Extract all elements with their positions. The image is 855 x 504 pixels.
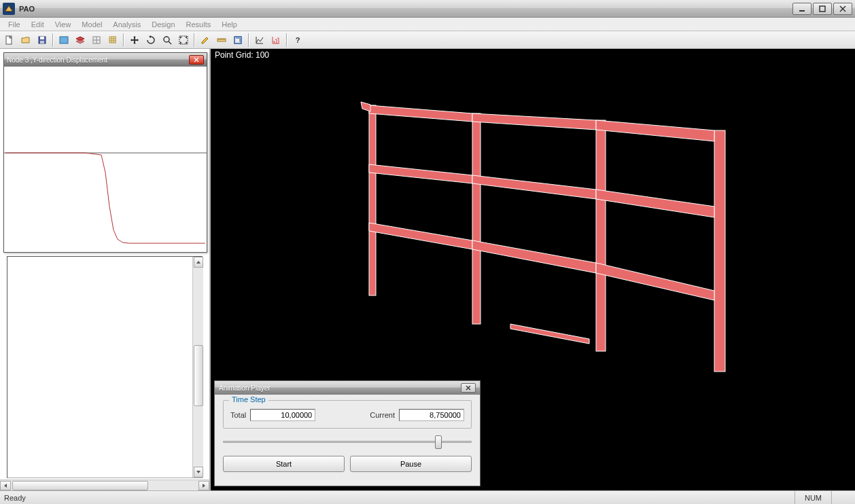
animation-player-close-button[interactable]	[461, 383, 476, 393]
left-lower-panel	[7, 256, 203, 478]
window-titlebar: PAO	[0, 0, 855, 18]
menu-help[interactable]: Help	[216, 19, 243, 30]
menu-results[interactable]: Results	[181, 19, 217, 30]
svg-marker-42	[596, 263, 714, 300]
menu-file[interactable]: File	[3, 19, 26, 30]
toolbar-sep	[286, 33, 287, 47]
scroll-left-arrow[interactable]	[0, 481, 11, 490]
total-input[interactable]	[250, 409, 315, 421]
menu-view[interactable]: View	[50, 19, 77, 30]
animation-player-titlebar[interactable]: Animation Player	[215, 381, 480, 395]
svg-marker-34	[369, 105, 472, 122]
graph-icon[interactable]	[252, 33, 267, 48]
svg-rect-30	[369, 105, 376, 295]
status-ready: Ready	[4, 494, 26, 502]
toolbar: ?	[0, 31, 855, 49]
animation-player-title: Animation Player	[219, 384, 461, 392]
total-label: Total	[230, 411, 246, 419]
help-icon[interactable]: ?	[290, 33, 305, 48]
status-grip	[831, 491, 851, 504]
current-input[interactable]	[399, 409, 464, 421]
minimize-button[interactable]	[792, 3, 812, 15]
menu-model[interactable]: Model	[76, 19, 107, 30]
mesh-icon[interactable]	[89, 33, 104, 48]
svg-marker-35	[472, 113, 596, 130]
vscrollbar[interactable]	[192, 257, 203, 478]
svg-marker-39	[596, 190, 714, 217]
svg-marker-38	[472, 175, 596, 199]
svg-rect-5	[40, 41, 44, 43]
time-step-group: Time Step Total Current	[223, 400, 472, 429]
left-pane: Node 3 ,Y-direction Displacement	[0, 49, 211, 490]
layers-icon[interactable]	[73, 33, 88, 48]
svg-rect-6	[60, 37, 68, 43]
rotate-icon[interactable]	[143, 33, 158, 48]
scroll-up-arrow[interactable]	[194, 257, 203, 268]
status-bar: Ready NUM	[0, 490, 855, 504]
maximize-button[interactable]	[813, 3, 832, 15]
select-box-icon[interactable]	[230, 33, 245, 48]
open-file-icon[interactable]	[18, 33, 33, 48]
svg-line-19	[169, 41, 171, 44]
time-slider[interactable]	[223, 434, 472, 450]
new-file-icon[interactable]	[2, 33, 17, 48]
svg-marker-37	[369, 164, 472, 183]
svg-point-18	[164, 37, 169, 42]
toolbar-sep	[194, 33, 195, 47]
start-button[interactable]: Start	[223, 456, 345, 472]
menu-edit[interactable]: Edit	[26, 19, 50, 30]
menu-design[interactable]: Design	[146, 19, 180, 30]
toolbar-sep	[52, 33, 54, 47]
pencil-icon[interactable]	[198, 33, 213, 48]
plot-window-titlebar[interactable]: Node 3 ,Y-direction Displacement	[4, 53, 207, 67]
grid-dense-icon[interactable]	[105, 33, 120, 48]
grid-view-icon[interactable]	[56, 33, 71, 48]
displacement-plot-window: Node 3 ,Y-direction Displacement	[3, 52, 207, 253]
svg-rect-0	[799, 10, 805, 12]
svg-text:?: ?	[296, 36, 300, 44]
status-num: NUM	[795, 491, 831, 504]
svg-marker-40	[369, 223, 472, 249]
toolbar-sep	[248, 33, 249, 47]
hscrollbar[interactable]	[0, 480, 209, 490]
hscroll-thumb[interactable]	[12, 481, 148, 490]
main-area: Node 3 ,Y-direction Displacement	[0, 49, 855, 490]
svg-marker-44	[361, 102, 370, 111]
toolbar-sep	[123, 33, 124, 47]
svg-marker-41	[472, 240, 596, 273]
svg-marker-43	[510, 324, 589, 344]
window-title: PAO	[19, 5, 792, 13]
animation-player-dialog: Animation Player Time Step Total Current	[214, 380, 481, 486]
ruler-icon[interactable]	[214, 33, 229, 48]
current-label: Current	[370, 411, 395, 419]
menu-bar: File Edit View Model Analysis Design Res…	[0, 18, 855, 31]
viewport-3d[interactable]: Point Grid: 100	[211, 49, 855, 490]
svg-marker-36	[596, 120, 714, 141]
results-icon[interactable]	[268, 33, 283, 48]
svg-rect-31	[472, 113, 481, 324]
svg-rect-4	[40, 37, 44, 39]
slider-thumb[interactable]	[435, 435, 442, 449]
scroll-thumb[interactable]	[194, 345, 203, 406]
scroll-down-arrow[interactable]	[194, 467, 203, 478]
svg-rect-33	[714, 130, 725, 372]
zoom-icon[interactable]	[160, 33, 175, 48]
app-icon	[3, 3, 15, 15]
time-step-label: Time Step	[229, 395, 268, 403]
plot-close-button[interactable]	[189, 55, 204, 65]
close-button[interactable]	[833, 3, 852, 15]
move-icon[interactable]	[127, 33, 142, 48]
menu-analysis[interactable]: Analysis	[107, 19, 146, 30]
pause-button[interactable]: Pause	[350, 456, 472, 472]
svg-rect-32	[596, 120, 606, 351]
svg-rect-1	[820, 6, 825, 12]
save-icon[interactable]	[35, 33, 50, 48]
displacement-chart	[4, 67, 207, 252]
plot-window-title: Node 3 ,Y-direction Displacement	[7, 56, 189, 64]
fit-view-icon[interactable]	[176, 33, 191, 48]
